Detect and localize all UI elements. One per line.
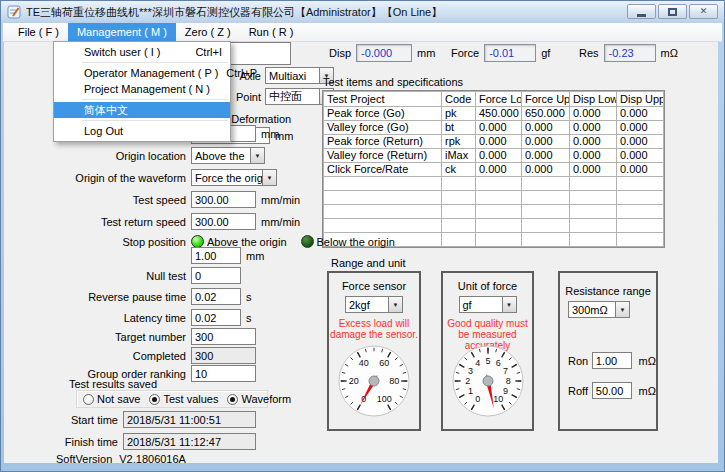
- menu-management[interactable]: Management ( M ): [68, 23, 176, 41]
- table-cell: [570, 177, 617, 191]
- column-header: Force Low: [476, 92, 522, 107]
- range-unit-label: Range and unit: [331, 257, 406, 269]
- ron-input[interactable]: 1.00: [592, 352, 632, 369]
- stop-position-below-option[interactable]: Below the origin: [301, 235, 395, 248]
- reverse-pause-label: Reverse pause time: [9, 291, 191, 303]
- null-test-input[interactable]: 0: [191, 267, 241, 284]
- group-ranking-input[interactable]: 10: [191, 365, 256, 382]
- table-cell: 0.000: [522, 163, 570, 177]
- roff-row: Roff 50.00 mΩ: [568, 382, 656, 399]
- radio-waveform[interactable]: Waveform: [227, 393, 291, 405]
- minimize-button[interactable]: [627, 4, 656, 19]
- table-cell: [617, 233, 664, 247]
- unit-of-force-box: Unit of force gf ▼ Good quality must be …: [441, 271, 534, 431]
- column-header: Disp Upp: [617, 92, 664, 107]
- table-cell: 0.000: [617, 107, 664, 121]
- maximize-icon: [668, 8, 677, 16]
- app-icon: [7, 5, 21, 19]
- origin-waveform-label: Origin of the waveform: [9, 172, 191, 184]
- chevron-down-icon[interactable]: ▼: [262, 169, 277, 186]
- chevron-down-icon[interactable]: ▼: [502, 296, 517, 313]
- table-cell: [476, 233, 522, 247]
- table-row[interactable]: Click Force/Rateck0.0000.0000.0000.000: [324, 163, 664, 177]
- resistance-box: Resistance range 300mΩ ▼ Ron 1.00 mΩ Rof…: [558, 271, 658, 431]
- force-sensor-select[interactable]: 2kgf ▼: [345, 296, 403, 313]
- menu-separator: [82, 99, 228, 100]
- close-icon: ✕: [700, 7, 708, 16]
- table-cell: [522, 191, 570, 205]
- origin-waveform-select[interactable]: Force the origin ▼: [191, 169, 277, 186]
- table-cell: [476, 205, 522, 219]
- table-row[interactable]: [324, 191, 664, 205]
- origin-location-select[interactable]: Above the ▼: [191, 147, 265, 164]
- table-row[interactable]: Peak force (Go)pk450.000650.0000.0000.00…: [324, 107, 664, 121]
- spec-table: Test ProjectCodeForce LowForce UppDisp L…: [323, 91, 664, 247]
- svg-text:7: 7: [503, 366, 508, 376]
- chevron-down-icon[interactable]: ▼: [250, 147, 265, 164]
- table-cell: Valley force (Go): [324, 121, 442, 135]
- table-cell: iMax: [442, 149, 476, 163]
- menu-item-project-management[interactable]: Project Management ( N ): [54, 81, 230, 97]
- radio-test-values[interactable]: Test values: [149, 393, 218, 405]
- menu-item-operator-management[interactable]: Operator Management ( P ) Ctrl+P: [54, 65, 230, 81]
- table-cell: rpk: [442, 135, 476, 149]
- svg-text:20: 20: [349, 376, 359, 386]
- target-number-input[interactable]: 300: [191, 328, 256, 345]
- menu-zero[interactable]: Zero ( Z ): [176, 23, 240, 41]
- ron-label: Ron: [568, 355, 592, 367]
- table-cell: [442, 177, 476, 191]
- test-return-speed-input[interactable]: 300.00: [191, 213, 256, 230]
- res-label: Res: [579, 47, 599, 59]
- menu-separator: [82, 120, 228, 121]
- table-cell: [570, 205, 617, 219]
- table-cell: 0.000: [522, 135, 570, 149]
- table-cell: Valley force (Return): [324, 149, 442, 163]
- target-number-label: Target number: [9, 331, 191, 343]
- roff-label: Roff: [568, 385, 592, 397]
- table-cell: 0.000: [617, 121, 664, 135]
- overshoot-input[interactable]: 1.00: [191, 247, 241, 264]
- svg-text:1: 1: [467, 386, 472, 396]
- origin-location-label: Origin location: [9, 150, 191, 162]
- table-row[interactable]: [324, 177, 664, 191]
- table-cell: Peak force (Go): [324, 107, 442, 121]
- table-cell: 0.000: [617, 149, 664, 163]
- menu-item-simplified-chinese[interactable]: 简体中文: [54, 102, 230, 118]
- table-row[interactable]: Valley force (Go)bt0.0000.0000.0000.000: [324, 121, 664, 135]
- disp-value: -0.000: [356, 44, 412, 62]
- menu-item-log-out[interactable]: Log Out: [54, 123, 230, 139]
- title-bar: TE三轴荷重位移曲线机***深圳市磐石测控仪器有限公司【Administrato…: [1, 1, 724, 23]
- unit-of-force-select[interactable]: gf ▼: [459, 296, 517, 313]
- table-cell: Peak force (Return): [324, 135, 442, 149]
- latency-time-input[interactable]: 0.02: [191, 309, 241, 326]
- table-cell: [617, 191, 664, 205]
- maximize-button[interactable]: [658, 4, 687, 19]
- table-cell: [522, 205, 570, 219]
- radio-checked-icon: [149, 394, 160, 405]
- menu-item-switch-user[interactable]: Switch user ( I ) Ctrl+I: [54, 44, 230, 60]
- table-cell: [324, 191, 442, 205]
- chevron-down-icon[interactable]: ▼: [615, 301, 630, 318]
- target-number-row: Target number 300: [9, 328, 256, 345]
- results-saved-group: Not save Test values Waveform: [76, 390, 268, 408]
- table-cell: 0.000: [522, 149, 570, 163]
- reverse-pause-input[interactable]: 0.02: [191, 288, 241, 305]
- roff-input[interactable]: 50.00: [592, 382, 632, 399]
- radio-not-save[interactable]: Not save: [83, 393, 140, 405]
- close-button[interactable]: ✕: [689, 4, 718, 19]
- start-time-row: Start time 2018/5/31 11:00:51: [9, 411, 256, 428]
- menu-file[interactable]: File ( F ): [9, 23, 68, 41]
- chevron-down-icon[interactable]: ▼: [388, 296, 403, 313]
- table-row[interactable]: Valley force (Return)iMax0.0000.0000.000…: [324, 149, 664, 163]
- test-speed-input[interactable]: 300.00: [191, 191, 256, 208]
- table-row[interactable]: [324, 205, 664, 219]
- table-cell: 0.000: [570, 121, 617, 135]
- table-row[interactable]: Peak force (Return)rpk0.0000.0000.0000.0…: [324, 135, 664, 149]
- null-test-label: Null test: [9, 270, 191, 282]
- menu-run[interactable]: Run ( R ): [240, 23, 303, 41]
- table-row[interactable]: [324, 219, 664, 233]
- table-cell: bt: [442, 121, 476, 135]
- table-cell: [442, 191, 476, 205]
- svg-text:100: 100: [377, 394, 392, 404]
- resistance-select[interactable]: 300mΩ ▼: [568, 301, 630, 318]
